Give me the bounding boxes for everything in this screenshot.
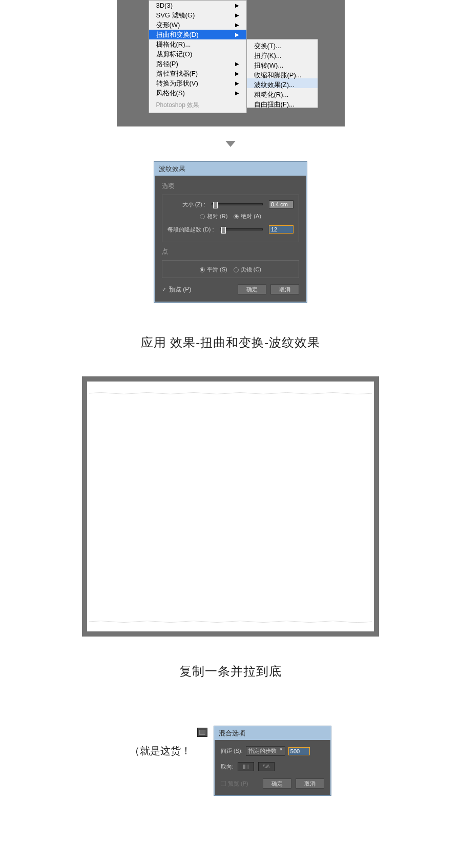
radio-icon [234, 214, 239, 219]
menu-item-convert-shape[interactable]: 转换为形状(V)▶ [149, 78, 246, 88]
distort-submenu: 变换(T)... 扭拧(K)... 扭转(W)... 收缩和膨胀(P)... 波… [246, 39, 318, 108]
menu-label: 路径(P) [156, 59, 178, 69]
canvas-frame [82, 376, 379, 637]
menu-item-crop-marks[interactable]: 裁剪标记(O) [149, 49, 246, 59]
orient-align-path-button[interactable]: \\\\\ [258, 762, 275, 771]
preview-label: 预览 (P) [169, 285, 191, 294]
spacing-value-input[interactable] [288, 747, 310, 755]
effects-menu: 3D(3)▶ SVG 滤镜(G)▶ 变形(W)▶ 扭曲和变换(D)▶ 栅格化(R… [149, 0, 247, 113]
points-group-label: 点 [162, 247, 299, 256]
wavy-line-top [89, 392, 372, 393]
blend-options-dialog: 混合选项 间距 (S): 指定的步数 取向: ||||| \\\\\ 预览 (P… [214, 726, 331, 796]
preview-label: 预览 (P) [228, 780, 248, 788]
icon-column [197, 726, 207, 737]
check-icon: ✓ [162, 286, 166, 293]
ridges-input[interactable] [269, 225, 294, 234]
menu-label: 变形(W) [156, 20, 180, 30]
cancel-button[interactable]: 取消 [270, 284, 299, 294]
submenu-arrow-icon: ▶ [235, 22, 239, 28]
radio-icon [200, 214, 205, 219]
size-slider[interactable] [212, 203, 263, 205]
submenu-arrow-icon: ▶ [235, 61, 239, 67]
menu-label: 风格化(S) [156, 89, 185, 98]
radio-icon [234, 267, 239, 272]
menu-label: 栅格化(R)... [156, 40, 191, 49]
menu-label: 裁剪标记(O) [156, 50, 193, 59]
preview-checkbox[interactable]: 预览 (P) [221, 780, 248, 788]
submenu-arrow-icon: ▶ [235, 12, 239, 18]
radio-label: 相对 (R) [207, 213, 227, 220]
corner-radio[interactable]: 尖锐 (C) [234, 266, 261, 273]
ok-button[interactable]: 确定 [238, 284, 266, 294]
orient-align-page-button[interactable]: ||||| [238, 762, 254, 771]
ridges-slider[interactable] [220, 228, 263, 230]
caption-apply-effect: 应用 效果-扭曲和变换-波纹效果 [141, 334, 321, 351]
options-group: 大小 (Z) : 相对 (R) 绝对 (A) 每段的隆起数 (D) : [162, 195, 299, 242]
menu-item-distort-transform[interactable]: 扭曲和变换(D)▶ [149, 30, 246, 39]
menu-item-rasterize[interactable]: 栅格化(R)... [149, 39, 246, 49]
this-thing-label: （就是这货！ [130, 726, 191, 758]
size-label: 大小 (Z) : [182, 201, 205, 208]
artboard [87, 382, 374, 631]
caption-copy-drag: 复制一条并拉到底 [179, 663, 282, 680]
menu-item-pathfinder[interactable]: 路径查找器(F)▶ [149, 69, 246, 78]
absolute-radio[interactable]: 绝对 (A) [234, 213, 261, 220]
blend-tool-icon[interactable] [197, 728, 207, 737]
menu-item-warp[interactable]: 变形(W)▶ [149, 20, 246, 30]
check-icon [221, 781, 226, 786]
submenu-arrow-icon: ▶ [235, 71, 239, 76]
dialog-title: 混合选项 [215, 727, 330, 740]
points-group: 平滑 (S) 尖锐 (C) [162, 260, 299, 278]
bottom-row: （就是这货！ 混合选项 间距 (S): 指定的步数 取向: ||||| \\\\… [130, 726, 331, 796]
submenu-arrow-icon: ▶ [235, 32, 239, 37]
menu-item-path[interactable]: 路径(P)▶ [149, 59, 246, 69]
spacing-mode-select[interactable]: 指定的步数 [246, 746, 285, 756]
menu-item-stylize[interactable]: 风格化(S)▶ [149, 88, 246, 98]
orientation-label: 取向: [221, 763, 234, 771]
menu-section-photoshop: Photoshop 效果 [149, 98, 246, 113]
radio-label: 绝对 (A) [241, 213, 261, 220]
submenu-item-transform[interactable]: 变换(T)... [247, 39, 318, 49]
wavy-line-bottom [89, 620, 372, 621]
size-input[interactable] [269, 200, 294, 208]
menu-item-3d[interactable]: 3D(3)▶ [149, 1, 246, 10]
options-group-label: 选项 [162, 182, 299, 190]
menu-item-svg[interactable]: SVG 滤镜(G)▶ [149, 10, 246, 20]
dialog-title: 波纹效果 [155, 162, 306, 176]
relative-radio[interactable]: 相对 (R) [200, 213, 227, 220]
zigzag-dialog: 波纹效果 选项 大小 (Z) : 相对 (R) 绝对 (A) 每段的隆起数 (D… [154, 161, 307, 303]
smooth-radio[interactable]: 平滑 (S) [200, 266, 227, 273]
spacing-label: 间距 (S): [221, 747, 243, 755]
menu-label: 3D(3) [156, 2, 173, 9]
menu-label: 扭曲和变换(D) [156, 30, 199, 39]
submenu-arrow-icon: ▶ [235, 90, 239, 96]
radio-icon [200, 267, 205, 272]
radio-label: 尖锐 (C) [241, 266, 261, 273]
submenu-arrow-icon: ▶ [235, 80, 239, 86]
menu-label: 转换为形状(V) [156, 79, 198, 88]
menu-label: SVG 滤镜(G) [156, 11, 195, 20]
ok-button[interactable]: 确定 [263, 778, 291, 789]
down-arrow-icon [225, 141, 236, 147]
preview-checkbox[interactable]: ✓预览 (P) [162, 285, 191, 294]
ridges-label: 每段的隆起数 (D) : [167, 226, 214, 234]
radio-label: 平滑 (S) [207, 266, 227, 273]
menu-label: 路径查找器(F) [156, 69, 198, 78]
cancel-button[interactable]: 取消 [296, 778, 324, 789]
submenu-arrow-icon: ▶ [235, 3, 239, 8]
menu-screenshot: 3D(3)▶ SVG 滤镜(G)▶ 变形(W)▶ 扭曲和变换(D)▶ 栅格化(R… [117, 0, 345, 126]
